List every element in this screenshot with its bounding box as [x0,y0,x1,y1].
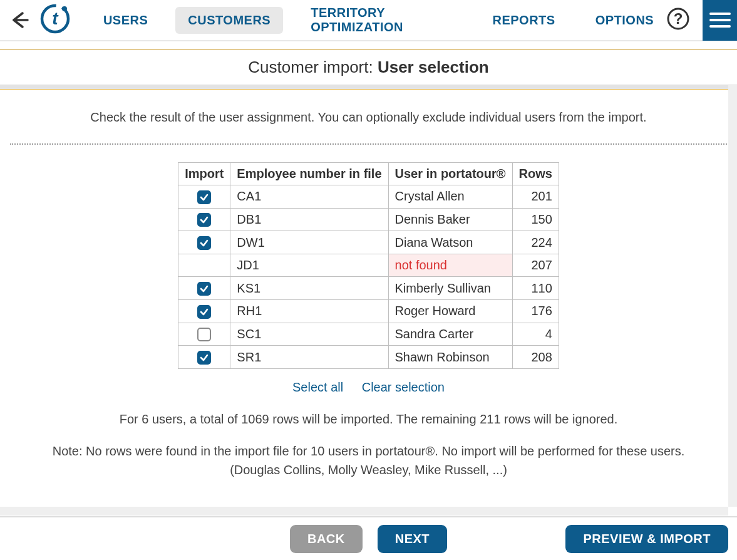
table-row: RH1Roger Howard176 [178,299,559,323]
user-cell: Sandra Carter [388,323,512,346]
rows-cell: 110 [512,277,559,300]
table-row: DW1Diana Watson224 [178,231,559,254]
nav-customers[interactable]: CUSTOMERS [175,7,283,34]
user-cell: Roger Howard [388,299,512,323]
page-title-prefix: Customer import: [248,58,378,76]
help-icon[interactable]: ? [666,7,690,34]
user-cell: Dennis Baker [388,208,512,231]
footer-bar: BACK NEXT PREVIEW & IMPORT [0,516,737,560]
nav-reports[interactable]: REPORTS [480,7,567,34]
nav-territory[interactable]: TERRITORY OPTIMIZATION [298,0,465,41]
col-user: User in portatour® [388,163,512,185]
import-checkbox[interactable] [197,213,211,227]
import-checkbox[interactable] [197,351,211,365]
rows-cell: 224 [512,231,559,254]
employee-cell: RH1 [230,299,388,323]
next-button[interactable]: NEXT [378,525,447,553]
table-row: CA1Crystal Allen201 [178,185,559,209]
summary-text: For 6 users, a total of 1069 rows will b… [24,412,713,427]
user-cell: Diana Watson [388,231,512,254]
preview-import-button[interactable]: PREVIEW & IMPORT [565,525,728,553]
page-title-bold: User selection [378,58,489,76]
rows-cell: 207 [512,254,559,277]
import-cell [178,254,230,277]
employee-cell: CA1 [230,185,388,209]
col-rows: Rows [512,163,559,185]
scrollbar-horizontal[interactable] [0,507,728,516]
user-cell: Shawn Robinson [388,346,512,369]
clear-selection-link[interactable]: Clear selection [362,380,445,394]
col-import: Import [178,163,230,185]
top-nav: t USERS CUSTOMERS TERRITORY OPTIMIZATION… [0,0,737,41]
employee-cell: SC1 [230,323,388,346]
svg-point-2 [62,6,67,11]
import-checkbox[interactable] [197,282,211,296]
note-line1: Note: No rows were found in the import f… [53,444,685,458]
table-row: JD1not found207 [178,254,559,277]
scrollbar-vertical[interactable] [728,85,737,507]
import-cell [178,185,230,209]
import-cell [178,323,230,346]
table-row: SC1Sandra Carter4 [178,323,559,346]
note-line2: (Douglas Collins, Molly Weasley, Mike Ru… [230,463,507,477]
rows-cell: 176 [512,299,559,323]
page-title: Customer import: User selection [0,49,737,85]
rows-cell: 201 [512,185,559,209]
table-row: SR1Shawn Robinson208 [178,346,559,369]
employee-cell: JD1 [230,254,388,277]
import-cell [178,208,230,231]
user-cell: not found [388,254,512,277]
instruction-text: Check the result of the user assignment.… [18,110,719,125]
table-row: DB1Dennis Baker150 [178,208,559,231]
back-button[interactable]: BACK [290,525,363,553]
back-arrow-icon[interactable] [9,7,31,33]
svg-text:?: ? [674,10,683,27]
note-text: Note: No rows were found in the import f… [24,442,713,479]
col-employee: Employee number in file [230,163,388,185]
import-checkbox[interactable] [197,305,211,319]
rows-cell: 208 [512,346,559,369]
svg-text:t: t [52,9,59,28]
user-cell: Crystal Allen [388,185,512,209]
import-checkbox[interactable] [197,190,211,204]
divider-dotted [10,143,727,145]
nav-options[interactable]: OPTIONS [583,7,667,34]
selection-links: Select all Clear selection [5,380,732,395]
employee-cell: SR1 [230,346,388,369]
import-cell [178,277,230,300]
nav-users[interactable]: USERS [91,7,160,34]
rows-cell: 4 [512,323,559,346]
hamburger-menu-icon[interactable] [703,0,737,41]
employee-cell: KS1 [230,277,388,300]
employee-cell: DB1 [230,208,388,231]
import-cell [178,231,230,254]
import-checkbox[interactable] [197,236,211,250]
rows-cell: 150 [512,208,559,231]
content-area: Check the result of the user assignment.… [0,85,737,516]
import-cell [178,299,230,323]
import-checkbox[interactable] [197,328,211,341]
app-logo-icon[interactable]: t [39,3,71,38]
import-cell [178,346,230,369]
user-table: Import Employee number in file User in p… [178,162,559,369]
user-cell: Kimberly Sullivan [388,277,512,300]
select-all-link[interactable]: Select all [292,380,343,394]
employee-cell: DW1 [230,231,388,254]
title-bar-wrap: Customer import: User selection [0,49,737,90]
table-row: KS1Kimberly Sullivan110 [178,277,559,300]
